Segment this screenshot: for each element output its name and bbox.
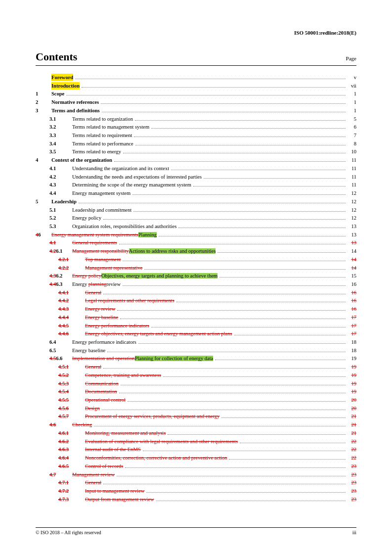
toc-num: 5 xyxy=(36,198,47,205)
toc-row: 4.5.7Procurement of energy services, pro… xyxy=(36,413,356,420)
toc-num: 4.5.7 xyxy=(58,413,81,420)
toc-page: 1 xyxy=(348,90,356,97)
toc-num: 4.7 xyxy=(49,471,68,478)
toc-dots xyxy=(119,393,346,393)
toc-dots xyxy=(119,244,346,244)
toc-text: Understanding the needs and expectations… xyxy=(72,173,202,181)
toc-num: 5.3 xyxy=(49,223,68,230)
toc-num: 4.4 xyxy=(49,189,68,197)
toc-num: 3.5 xyxy=(49,148,68,155)
toc-num: 4.4.5 xyxy=(58,322,81,329)
toc-text: Management responsibilityActions to addr… xyxy=(72,247,216,255)
toc-text: Determining the scope of the energy mana… xyxy=(72,181,191,188)
toc-row: 4.2.2Management representative14 xyxy=(36,264,356,272)
toc-dots xyxy=(218,252,346,253)
toc-row: 46Energy management system requirementsP… xyxy=(36,231,356,238)
toc-dots xyxy=(156,501,346,501)
toc-dots xyxy=(128,401,346,402)
toc-row: 4.26.1Management responsibilityActions t… xyxy=(36,247,356,255)
toc-text: General xyxy=(85,479,101,486)
toc-page: 20 xyxy=(348,405,356,412)
toc-page: 14 xyxy=(348,247,356,255)
contents-title: Contents xyxy=(36,50,77,63)
toc-text: Understanding the organization and its c… xyxy=(72,165,169,172)
toc-text: Energy policyObjectives, energy targets … xyxy=(72,272,218,279)
copyright: © ISO 2018 – All rights reserved xyxy=(36,530,101,535)
toc-dots xyxy=(121,385,346,385)
toc-num: 4 xyxy=(36,156,47,164)
toc-row: 6.5Energy baseline18 xyxy=(36,347,356,354)
toc-dots xyxy=(132,194,346,195)
toc-dots xyxy=(101,103,346,104)
toc-page: 11 xyxy=(348,181,356,188)
toc-page: 20 xyxy=(348,396,356,404)
toc-dots xyxy=(79,203,346,203)
toc-dots xyxy=(146,492,346,493)
toc-page: 16 xyxy=(348,280,356,288)
toc-text: Management representative xyxy=(85,264,142,272)
toc-row: 4.5.2Competence, training and awareness1… xyxy=(36,371,356,379)
toc-dots xyxy=(143,451,346,451)
toc-num: 4.6.2 xyxy=(58,438,81,445)
toc-page: 11 xyxy=(348,165,356,172)
toc-page: v xyxy=(348,74,356,81)
toc-text: Documentation xyxy=(85,388,117,395)
toc-page: 17 xyxy=(348,314,356,321)
toc-page: 19 xyxy=(348,388,356,395)
toc-text: Terms and definitions xyxy=(51,107,100,114)
toc-num: 4.3 xyxy=(49,181,68,188)
toc-page: 1 xyxy=(348,107,356,114)
toc-text: Implementation and operationPlanning for… xyxy=(72,355,213,362)
toc-row: 1Scope1 xyxy=(36,90,356,97)
toc-text: Energy objectives, energy targets and en… xyxy=(85,330,232,337)
toc-dots xyxy=(171,170,346,170)
toc-num: 4.6.3 xyxy=(58,446,81,453)
toc-page: 14 xyxy=(348,256,356,263)
toc-dots xyxy=(107,352,346,352)
toc-row: 4.6.5Control of records23 xyxy=(36,462,356,470)
toc-num: 4.7.2 xyxy=(58,487,81,495)
document-title: ISO 50001:redline:2018(E) xyxy=(294,30,356,36)
toc-row: 4.2Understanding the needs and expectati… xyxy=(36,173,356,181)
toc-page: 19 xyxy=(348,363,356,370)
footer-page-num: iii xyxy=(352,530,356,535)
toc-page: 12 xyxy=(348,189,356,197)
document-header: ISO 50001:redline:2018(E) xyxy=(36,30,356,36)
toc-num: 4.2.2 xyxy=(58,264,81,272)
toc-page: 12 xyxy=(348,198,356,205)
toc-dots xyxy=(117,310,346,311)
toc-dots xyxy=(159,236,346,236)
toc-num: 4.6.4 xyxy=(58,454,81,462)
toc-text: Leadership and commitment xyxy=(72,206,131,214)
toc-row: 5.3Organization roles, responsibilities … xyxy=(36,223,356,230)
toc-text: General xyxy=(85,289,101,296)
toc-page: 23 xyxy=(348,479,356,486)
toc-page: 14 xyxy=(348,264,356,272)
toc-page: 23 xyxy=(348,471,356,478)
toc-page: 13 xyxy=(348,223,356,230)
toc-num: 4.2.1 xyxy=(58,256,81,263)
toc-dots xyxy=(229,459,346,460)
toc-num: 4.5.4 xyxy=(58,388,81,395)
toc-page: 15 xyxy=(348,272,356,279)
toc-dots xyxy=(178,228,346,228)
toc-row: 5Leadership12 xyxy=(36,198,356,205)
toc-row: Forewordv xyxy=(36,74,356,81)
toc-text: Checking xyxy=(72,421,92,428)
toc-row: 4.6.2Evaluation of compliance with legal… xyxy=(36,438,356,445)
toc-page: 13 xyxy=(348,239,356,246)
toc-dots xyxy=(103,294,346,294)
toc-num: 1 xyxy=(36,90,47,97)
toc-row: 4.1General requirements13 xyxy=(36,239,356,246)
toc-text: Normative references xyxy=(51,98,99,106)
toc-dots xyxy=(103,368,346,369)
toc-row: 4.56.6Implementation and operationPlanni… xyxy=(36,355,356,362)
toc-num: 4.6 xyxy=(49,421,68,428)
toc-text: Energy management system requirementsPla… xyxy=(51,231,157,238)
toc-page: 11 xyxy=(348,173,356,181)
toc-text: Energy review xyxy=(85,305,115,313)
toc-row: 3.2Terms related to management system6 xyxy=(36,123,356,131)
toc-page: 19 xyxy=(348,355,356,362)
toc-page: 22 xyxy=(348,446,356,453)
toc-dots xyxy=(134,137,346,137)
